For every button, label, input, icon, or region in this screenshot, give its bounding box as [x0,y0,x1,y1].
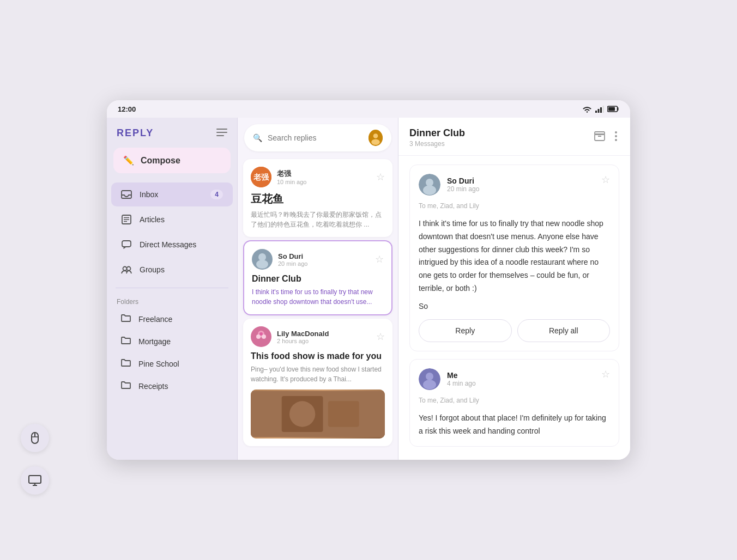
conversation-messages: So Duri 20 min ago ☆ To me, Ziad, and Li… [398,156,630,460]
svg-point-22 [127,267,131,271]
svg-point-30 [256,260,268,269]
svg-rect-40 [251,391,385,437]
sidebar-item-direct-messages[interactable]: Direct Messages [111,233,233,257]
svg-rect-9 [603,106,605,113]
msg-avatar-3 [251,326,271,347]
folder-pine-school[interactable]: Pine School [111,353,233,374]
reply-button[interactable]: Reply [419,319,512,342]
email-sender-time-1: 20 min ago [447,185,479,193]
msg-sender-name-2: So Duri [278,252,375,260]
search-bar: 🔍 [244,124,391,151]
battery-icon [607,106,619,112]
folders-label: Folders [107,294,237,308]
status-time: 12:00 [118,105,136,113]
inbox-icon [121,189,132,200]
email-sender-row-1: So Duri 20 min ago [419,174,479,196]
email-message-1: So Duri 20 min ago ☆ To me, Ziad, and Li… [409,165,619,351]
svg-point-49 [423,185,436,195]
star-email-2[interactable]: ☆ [601,368,610,380]
articles-label: Articles [140,215,165,224]
star-button-1[interactable]: ☆ [376,171,385,183]
msg-preview-2: I think it's time for us to finally try … [252,287,384,307]
avatar-laobao: 老强 [251,167,271,187]
signal-icon [595,106,604,113]
email-sender-info-2: Me 4 min ago [447,371,476,387]
compose-button[interactable]: ✏️ Compose [113,148,231,173]
app-container: REPLY ✏️ Compose [107,118,630,460]
messages-scroll: 老强 老强 10 min ago ☆ 豆花鱼 最近忙吗？昨晚我去了你最爱的那家饭… [238,156,398,460]
sidebar-item-articles[interactable]: Articles [111,208,233,232]
email-body-2: Yes! I forgot about that place! I'm defi… [419,412,610,438]
star-button-3[interactable]: ☆ [376,331,385,343]
folder-icon-3 [121,358,131,369]
email-to-2: To me, Ziad, and Lily [419,397,610,404]
sidebar-item-groups[interactable]: Groups [111,258,233,282]
folder-icon-4 [121,381,131,391]
svg-point-46 [615,139,617,141]
svg-rect-12 [216,129,227,130]
app-logo: REPLY [117,127,154,139]
conversation-panel: Dinner Club 3 Messages [398,118,630,460]
archive-icon [594,131,605,142]
conversation-title: Dinner Club [409,127,465,139]
email-sender-name-2: Me [447,371,476,380]
folder-icon [121,314,131,324]
avatar-image [368,130,383,146]
msg-time-1: 10 min ago [277,179,376,185]
msg-avatar-1: 老强 [251,167,271,187]
svg-rect-13 [216,132,227,133]
inbox-label: Inbox [140,190,158,199]
message-card-2[interactable]: So Duri 20 min ago ☆ Dinner Club I think… [243,240,392,315]
svg-point-44 [615,131,617,133]
monitor-icon-button[interactable] [21,466,49,495]
food-show-image [251,389,385,439]
msg-image-3 [251,389,385,439]
conversation-header: Dinner Club 3 Messages [398,118,630,156]
search-input[interactable] [268,133,363,142]
svg-point-35 [259,332,263,336]
more-options-button[interactable] [613,129,619,146]
groups-label: Groups [140,265,165,274]
folder-mortgage[interactable]: Mortgage [111,331,233,352]
msg-sender-info-1: 老强 10 min ago [277,169,376,185]
folder-receipts[interactable]: Receipts [111,375,233,397]
svg-point-45 [615,135,617,137]
sidebar: REPLY ✏️ Compose [107,118,238,460]
email-header-2: Me 4 min ago ☆ [419,368,610,390]
svg-point-24 [373,133,378,138]
direct-messages-label: Direct Messages [140,240,196,249]
svg-rect-14 [216,135,224,136]
monitor-icon [28,473,42,488]
status-icons [582,106,619,113]
groups-icon [121,264,132,275]
folder-freelance[interactable]: Freelance [111,308,233,330]
star-button-2[interactable]: ☆ [375,253,384,265]
conversation-subtitle: 3 Messages [409,140,465,148]
reply-actions-1: Reply Reply all [419,319,610,342]
reply-all-button[interactable]: Reply all [517,319,611,342]
msg-sender-info-2: So Duri 20 min ago [278,252,375,267]
more-options-icon [615,131,617,141]
svg-point-29 [258,253,266,261]
svg-text:老强: 老强 [253,173,269,181]
star-email-1[interactable]: ☆ [601,174,610,186]
svg-rect-6 [595,111,597,113]
svg-rect-20 [122,241,131,247]
email-sender-info-1: So Duri 20 min ago [447,176,479,193]
msg-subject-2: Dinner Club [252,274,384,284]
msg-preview-1: 最近忙吗？昨晚我去了你最爱的那家饭馆，点了他们的特色豆花鱼，吃着吃着就想你 ..… [251,210,385,229]
email-header-1: So Duri 20 min ago ☆ [419,174,610,196]
svg-point-33 [256,334,261,339]
inbox-badge: 4 [210,190,223,199]
email-sender-row-2: Me 4 min ago [419,368,476,390]
msg-sender-name-3: Lily MacDonald [277,330,376,338]
msg-time-2: 20 min ago [278,260,375,267]
archive-button[interactable] [592,129,607,147]
message-card-1[interactable]: 老强 老强 10 min ago ☆ 豆花鱼 最近忙吗？昨晚我去了你最爱的那家饭… [243,159,392,237]
email-message-2: Me 4 min ago ☆ To me, Ziad, and Lily Yes… [409,359,619,447]
svg-point-21 [123,267,127,271]
mouse-icon-button[interactable] [21,424,49,452]
sidebar-item-inbox[interactable]: Inbox 4 [111,182,233,206]
menu-button[interactable] [216,127,227,139]
message-card-3[interactable]: Lily MacDonald 2 hours ago ☆ This food s… [243,319,392,446]
